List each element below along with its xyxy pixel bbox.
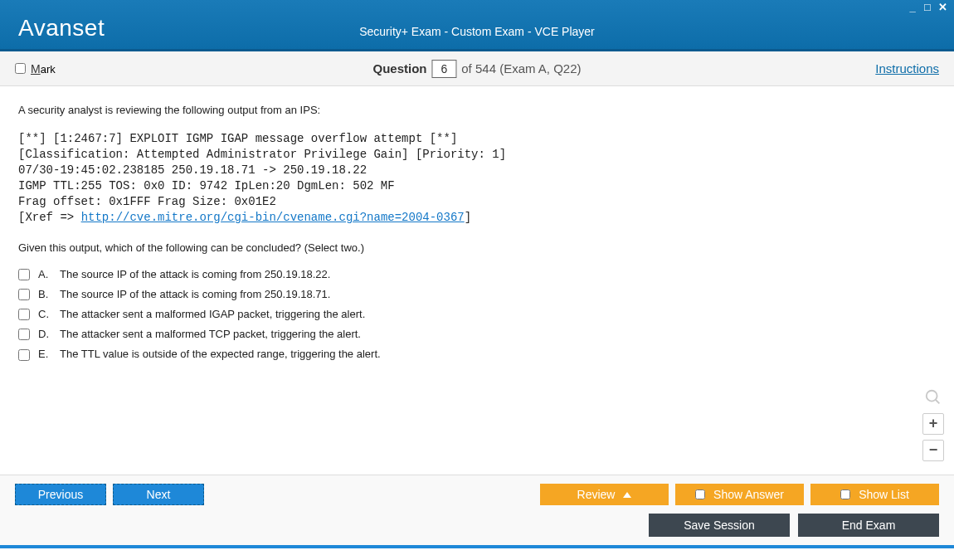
option-letter: B. <box>38 287 51 302</box>
option-e-checkbox[interactable] <box>18 349 30 361</box>
option-a-checkbox[interactable] <box>18 269 30 280</box>
code-line: [**] [1:2467:7] EXPLOIT IGMP IGAP messag… <box>18 132 457 145</box>
window-title: Security+ Exam - Custom Exam - VCE Playe… <box>359 25 595 38</box>
question-number: 6 <box>431 60 456 78</box>
option-text: The attacker sent a malformed TCP packet… <box>60 327 361 342</box>
maximize-icon[interactable]: □ <box>921 2 934 15</box>
option-text: The source IP of the attack is coming fr… <box>60 287 330 302</box>
option-letter: A. <box>38 267 51 282</box>
instructions-link[interactable]: Instructions <box>875 61 939 75</box>
question-counter: Question 6 of 544 (Exam A, Q22) <box>372 60 581 78</box>
option-c[interactable]: C. The attacker sent a malformed IGAP pa… <box>18 307 936 322</box>
zoom-out-button[interactable]: − <box>922 440 944 461</box>
question-prompt: Given this output, which of the followin… <box>18 241 936 256</box>
end-exam-button[interactable]: End Exam <box>798 514 939 537</box>
question-content: A security analyst is reviewing the foll… <box>0 86 954 475</box>
show-answer-button[interactable]: Show Answer <box>675 484 804 505</box>
window-controls: _ □ ✕ <box>906 2 949 15</box>
question-label: Question <box>372 61 426 75</box>
option-letter: E. <box>38 347 51 362</box>
footer-row-2: Save Session End Exam <box>15 514 939 537</box>
svg-line-1 <box>936 400 940 404</box>
option-e[interactable]: E. The TTL value is outside of the expec… <box>18 347 936 362</box>
zoom-controls: + − <box>922 388 944 461</box>
svg-point-0 <box>927 391 937 402</box>
mark-checkbox-wrap[interactable]: Mark <box>15 62 56 75</box>
review-label: Review <box>577 488 616 501</box>
app-logo: Avanset <box>18 15 105 41</box>
code-line: [Classification: Attempted Administrator… <box>18 148 506 161</box>
option-text: The TTL value is outside of the expected… <box>60 347 381 362</box>
question-of-text: of 544 (Exam A, Q22) <box>461 61 581 75</box>
code-block: [**] [1:2467:7] EXPLOIT IGMP IGAP messag… <box>18 131 936 225</box>
close-icon[interactable]: ✕ <box>936 2 949 15</box>
xref-suffix: ] <box>465 211 471 224</box>
option-letter: C. <box>38 307 51 322</box>
xref-link[interactable]: http://cve.mitre.org/cgi-bin/cvename.cgi… <box>81 211 465 224</box>
footer: Previous Next Review Show Answer Show Li… <box>0 475 954 545</box>
option-letter: D. <box>38 327 51 342</box>
answer-options: A. The source IP of the attack is coming… <box>18 267 936 363</box>
minimize-icon[interactable]: _ <box>906 2 919 15</box>
option-b-checkbox[interactable] <box>18 289 30 300</box>
code-line: IGMP TTL:255 TOS: 0x0 ID: 9742 IpLen:20 … <box>18 179 395 192</box>
show-list-checkbox[interactable] <box>840 489 850 499</box>
code-line: 07/30-19:45:02.238185 250.19.18.71 -> 25… <box>18 163 367 177</box>
option-d-checkbox[interactable] <box>18 329 30 340</box>
code-line: Frag offset: 0x1FFF Frag Size: 0x01E2 <box>18 195 276 208</box>
option-text: The source IP of the attack is coming fr… <box>60 267 330 282</box>
save-session-button[interactable]: Save Session <box>649 514 790 537</box>
option-d[interactable]: D. The attacker sent a malformed TCP pac… <box>18 327 936 342</box>
previous-button[interactable]: Previous <box>15 484 106 505</box>
xref-prefix: [Xref => <box>18 211 81 224</box>
show-list-button[interactable]: Show List <box>810 484 939 505</box>
review-button[interactable]: Review <box>540 484 669 505</box>
show-answer-label: Show Answer <box>713 488 784 501</box>
magnifier-icon[interactable] <box>923 388 943 408</box>
bottom-stripe <box>0 545 954 548</box>
question-intro: A security analyst is reviewing the foll… <box>18 103 936 118</box>
mark-checkbox[interactable] <box>15 63 26 74</box>
titlebar: Avanset Security+ Exam - Custom Exam - V… <box>0 0 954 51</box>
option-c-checkbox[interactable] <box>18 309 30 320</box>
zoom-in-button[interactable]: + <box>922 413 944 435</box>
triangle-up-icon <box>623 492 631 498</box>
footer-row-1: Previous Next Review Show Answer Show Li… <box>15 484 939 505</box>
show-list-label: Show List <box>859 488 909 501</box>
show-answer-checkbox[interactable] <box>695 489 705 499</box>
mark-label: Mark <box>31 62 56 75</box>
question-bar: Mark Question 6 of 544 (Exam A, Q22) Ins… <box>0 51 954 86</box>
option-b[interactable]: B. The source IP of the attack is coming… <box>18 287 936 302</box>
option-text: The attacker sent a malformed IGAP packe… <box>60 307 365 322</box>
option-a[interactable]: A. The source IP of the attack is coming… <box>18 267 936 282</box>
next-button[interactable]: Next <box>113 484 204 505</box>
